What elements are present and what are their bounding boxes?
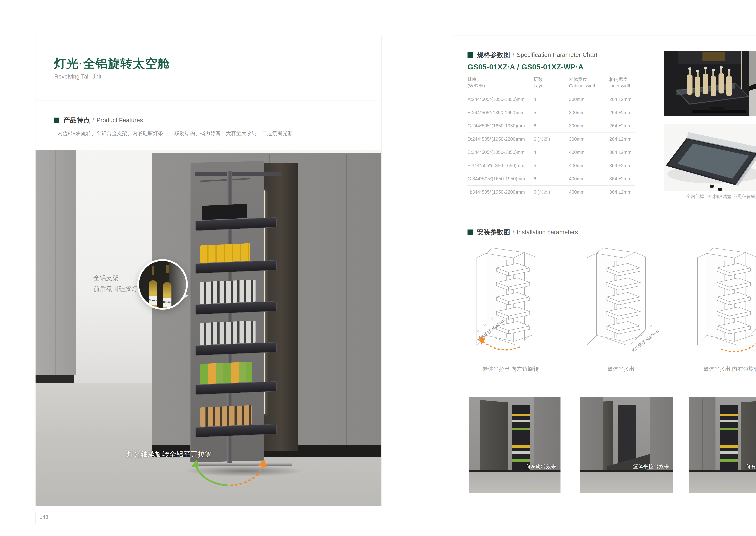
right-page: 规格参数图 / Specification Parameter Chart GS… xyxy=(452,36,756,506)
cabinet-seam xyxy=(547,398,547,474)
cell-layers: 6 xyxy=(534,176,536,182)
cabinet-seam xyxy=(55,150,56,375)
table-row: H:344*505*(1950-2200)mm 6 (加高) 400mm 364… xyxy=(467,185,635,199)
cell-layers: 6 (加高) xyxy=(534,136,550,142)
cabinet-seam xyxy=(187,154,187,445)
features-heading-cn: 产品特点 xyxy=(63,116,90,125)
cell-spec: G:344*505*(1650-1950)mm xyxy=(467,176,525,182)
closed-panel xyxy=(650,397,673,474)
cell-cabinet-width: 400mm xyxy=(569,176,584,182)
open-door xyxy=(603,401,614,475)
diagram-caption-2: 篮体平拉出 xyxy=(579,365,663,373)
table-row: F:344*505*(1350-1650)mm 5 400mm 364 ±2mm xyxy=(467,159,635,173)
photo-floor xyxy=(689,472,756,492)
diagram-caption-1: 篮体平拉出 向左边旋转 xyxy=(468,365,553,373)
cell-inner-width: 264 ±2mm xyxy=(609,123,631,129)
photo-floor xyxy=(469,472,560,492)
pullout-rack xyxy=(720,405,738,474)
install-heading-cn: 安装参数图 xyxy=(477,228,510,237)
effect-photo-pull-out: 篮体平拉出效果 xyxy=(580,397,673,492)
feature-bullet-1: · 内含8轴承旋转、全铝合金支架、内嵌硅胶灯条 xyxy=(54,130,163,137)
table-row: C:244*505*(1650-1950)mm 6 300mm 264 ±2mm xyxy=(467,119,635,133)
cell-layers: 5 xyxy=(534,110,536,116)
col-header-spec: 规格(W*D*H) xyxy=(467,76,485,89)
effect-photo-rotate-right: 向右旋转效果 xyxy=(689,397,756,492)
diagram-caption-3: 篮体平拉出 向右边旋转 xyxy=(689,365,756,373)
cell-inner-width: 364 ±2mm xyxy=(609,163,631,168)
cell-layers: 4 xyxy=(534,97,536,102)
spec-table: 规格(W*D*H) 层数Layer 柜体宽度Cabinet width 柜内宽度… xyxy=(467,73,635,199)
spec-heading-separator: / xyxy=(513,51,514,58)
bottle-label: Corona Extra xyxy=(149,296,157,305)
table-header-row: 规格(W*D*H) 层数Layer 柜体宽度Cabinet width 柜内宽度… xyxy=(467,73,635,93)
spec-photo-caption: 全内部榫卯结构玻璃篮·不见任何螺丝 xyxy=(664,193,756,200)
cell-layers: 6 xyxy=(534,123,536,129)
cell-spec: A:244*505*(1050-1350)mm xyxy=(467,97,524,102)
callout-text-line2: 前后氛围硅胶灯 xyxy=(93,285,138,293)
cell-cabinet-width: 300mm xyxy=(569,136,584,142)
cell-cabinet-width: 300mm xyxy=(569,110,584,116)
closed-panel xyxy=(580,397,603,474)
green-square-icon xyxy=(467,52,473,58)
cabinet-seam xyxy=(702,398,703,474)
title-divider xyxy=(36,100,381,100)
cell-inner-width: 364 ±2mm xyxy=(609,150,631,155)
col-header-cabinet-width: 柜体宽度Cabinet width xyxy=(569,76,596,89)
spec-heading-cn: 规格参数图 xyxy=(477,50,510,59)
page-title: 灯光·全铝旋转太空舱 xyxy=(54,55,170,72)
cell-inner-width: 264 ±2mm xyxy=(609,136,631,142)
hero-photo: 全铝支架 前后氛围硅胶灯 Corona Extra Corona Extra 灯… xyxy=(36,150,381,506)
spec-heading: 规格参数图 / Specification Parameter Chart xyxy=(467,50,597,59)
green-square-icon xyxy=(54,117,59,123)
photo-floor xyxy=(580,472,673,492)
cell-inner-width: 364 ±2mm xyxy=(609,176,631,182)
shelf-items-cartons xyxy=(200,362,252,384)
section-divider xyxy=(453,383,756,384)
shelf-items-cans xyxy=(200,243,250,263)
spec-photo-basket-bottles xyxy=(664,51,756,116)
cell-layers: 4 xyxy=(534,150,536,155)
shelf-items-dark xyxy=(202,204,247,220)
cell-inner-width: 264 ±2mm xyxy=(609,97,631,102)
cell-cabinet-width: 400mm xyxy=(569,189,584,195)
install-heading: 安装参数图 / Installation parameters xyxy=(467,228,578,237)
cell-cabinet-width: 300mm xyxy=(569,123,584,129)
bottle-neck xyxy=(152,266,154,275)
install-diagram-rotate-left: 柜内深度 ≥520mm xyxy=(468,245,553,355)
cabinet-seam xyxy=(346,154,347,445)
col-header-inner-width: 柜内宽度Inner width xyxy=(609,76,632,89)
table-row: B:244*505*(1350-1650)mm 5 300mm 264 ±2mm xyxy=(467,106,635,119)
orange-arrowhead-icon xyxy=(258,459,267,467)
pageno-rule-left xyxy=(36,512,36,524)
table-row: G:344*505*(1650-1950)mm 6 400mm 364 ±2mm xyxy=(467,172,635,185)
green-square-icon xyxy=(467,229,473,235)
cell-spec: B:244*505*(1350-1650)mm xyxy=(467,110,524,116)
table-row: D:244*505*(1950-2200)mm 6 (加高) 300mm 264… xyxy=(467,133,635,146)
callout-bottle: Corona Extra xyxy=(149,280,157,309)
feature-bullet-2: · 联动结构、省力静音、大容量大收纳、二边氛围光源 xyxy=(171,130,293,137)
left-page: 灯光·全铝旋转太空舱 Revolving Tall Unit 产品特点 / Pr… xyxy=(36,36,382,506)
cell-layers: 5 xyxy=(534,163,536,168)
callout-text-line1: 全铝支架 xyxy=(93,274,119,282)
detail-callout-circle: Corona Extra Corona Extra xyxy=(137,259,188,310)
cell-cabinet-width: 300mm xyxy=(569,97,584,102)
photo-left-kick xyxy=(36,375,74,383)
install-heading-separator: / xyxy=(513,229,514,236)
bottle-neck xyxy=(166,265,169,273)
rack-top-frame xyxy=(195,172,281,176)
page-number-left: 143 xyxy=(40,514,48,520)
photo-annotation: 灯光轴承旋转全铝平开拉篮 xyxy=(127,450,212,459)
cell-spec: E:344*505*(1050-1350)mm xyxy=(467,150,524,155)
features-heading-en: Product Features xyxy=(96,117,143,123)
table-bottom-rule xyxy=(467,199,635,199)
features-heading: 产品特点 / Product Features xyxy=(54,116,143,125)
install-diagram-rotate-right xyxy=(689,245,756,355)
callout-bottle: Corona Extra xyxy=(163,282,172,310)
table-row: A:244*505*(1050-1350)mm 4 300mm 264 ±2mm xyxy=(467,93,635,106)
effect-photo-rotate-left: 向左旋转效果 xyxy=(469,397,560,492)
open-door xyxy=(480,400,508,476)
col-header-layer: 层数Layer xyxy=(534,76,545,89)
effect-photo-label: 向左旋转效果 xyxy=(525,463,556,470)
spec-heading-en: Specification Parameter Chart xyxy=(517,51,597,58)
features-heading-separator: / xyxy=(92,117,94,123)
